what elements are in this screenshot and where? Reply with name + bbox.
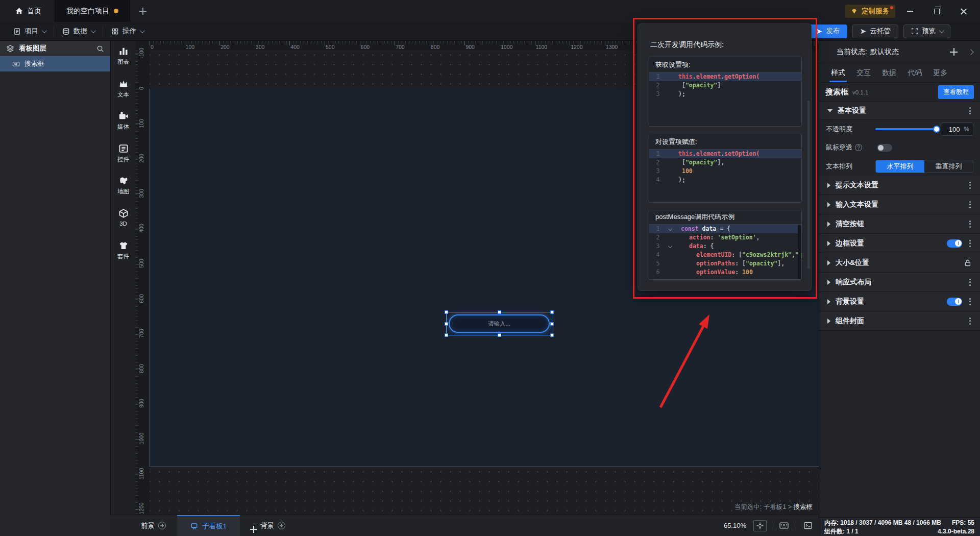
kebab-menu-icon[interactable] bbox=[966, 180, 974, 191]
inspector-tabs: 样式交互数据代码更多 bbox=[819, 63, 980, 83]
preview-button[interactable]: 预览 bbox=[903, 25, 950, 38]
ruler-label: 900 bbox=[465, 44, 475, 50]
inspector-tab-交互[interactable]: 交互 bbox=[855, 63, 872, 82]
kebab-menu-icon[interactable] bbox=[966, 238, 974, 249]
section-大小&位置[interactable]: 大小&位置 bbox=[819, 253, 980, 273]
arrange-horizontal-option[interactable]: 水平排列 bbox=[876, 160, 924, 173]
lock-icon[interactable] bbox=[964, 259, 972, 267]
triangle-right-icon bbox=[827, 183, 830, 188]
shortcuts-button[interactable] bbox=[777, 520, 791, 531]
circle-plus-icon[interactable] bbox=[158, 522, 166, 529]
opacity-slider[interactable] bbox=[875, 128, 937, 130]
dock-item-kit[interactable]: 套件 bbox=[111, 240, 136, 267]
resize-handle-e[interactable] bbox=[550, 322, 554, 326]
section-toggle[interactable] bbox=[947, 298, 962, 306]
triangle-right-icon bbox=[827, 222, 830, 227]
fit-screen-button[interactable] bbox=[753, 520, 767, 531]
opacity-input[interactable]: 100 % bbox=[941, 123, 973, 136]
section-背景设置[interactable]: 背景设置 bbox=[819, 292, 980, 311]
help-icon[interactable]: ? bbox=[855, 144, 862, 151]
vertical-ruler: -100010020030040050060070080090010001100… bbox=[135, 50, 150, 515]
section-清空按钮[interactable]: 清空按钮 bbox=[819, 214, 980, 234]
selection-hint-target: 搜索框 bbox=[794, 503, 813, 510]
resize-handle-ne[interactable] bbox=[550, 310, 554, 314]
background-group[interactable]: 背景 bbox=[260, 521, 285, 530]
kebab-menu-icon[interactable] bbox=[966, 315, 974, 327]
triangle-down-icon[interactable] bbox=[827, 109, 832, 112]
chevron-down-icon bbox=[42, 28, 47, 33]
inspector-tab-数据[interactable]: 数据 bbox=[880, 63, 898, 82]
kebab-menu-icon[interactable] bbox=[966, 105, 974, 116]
inspector-tab-更多[interactable]: 更多 bbox=[932, 63, 949, 82]
ruler-label: 1000 bbox=[138, 430, 144, 447]
inspector-tab-样式[interactable]: 样式 bbox=[829, 63, 847, 82]
chevron-down-icon bbox=[140, 28, 145, 33]
search-input-component[interactable]: 请输入... bbox=[449, 314, 550, 333]
resize-handle-w[interactable] bbox=[445, 322, 448, 326]
settings-sections: 提示文本设置输入文本设置清空按钮边框设置大小&位置响应式布局背景设置组件封面 bbox=[819, 176, 980, 331]
custom-service-label: 定制服务 bbox=[862, 7, 889, 16]
resize-handle-nw[interactable] bbox=[445, 310, 448, 314]
dock-item-widget[interactable]: 控件 bbox=[111, 143, 136, 170]
search-icon[interactable] bbox=[96, 45, 104, 53]
kebab-menu-icon[interactable] bbox=[966, 218, 974, 230]
menubar: 项目 数据 操作 发布 云托管 bbox=[0, 22, 980, 41]
custom-service-button[interactable]: 定制服务 bbox=[845, 5, 895, 18]
section-toggle[interactable] bbox=[947, 239, 962, 248]
ruler-label: 1000 bbox=[501, 44, 512, 50]
menu-action-label: 操作 bbox=[122, 27, 136, 36]
minimize-button[interactable] bbox=[898, 3, 922, 20]
dock-item-chart[interactable]: 图表 bbox=[111, 46, 136, 72]
ruler-label: 500 bbox=[326, 44, 335, 50]
kebab-menu-icon[interactable] bbox=[966, 296, 974, 307]
tab-project[interactable]: 我的空白项目 bbox=[55, 0, 130, 22]
new-tab-button[interactable] bbox=[130, 0, 156, 22]
document-icon bbox=[13, 28, 21, 35]
titlebar: 首页 我的空白项目 定制服务 bbox=[0, 0, 980, 22]
layer-item-searchbox[interactable]: 搜索框 bbox=[0, 56, 110, 71]
section-提示文本设置[interactable]: 提示文本设置 bbox=[819, 176, 980, 195]
dock-item-threed[interactable]: 3D bbox=[111, 208, 136, 235]
console-button[interactable] bbox=[801, 520, 815, 531]
database-icon bbox=[62, 28, 70, 35]
dock-item-text[interactable]: 文本 bbox=[111, 79, 136, 105]
section-响应式布局[interactable]: 响应式布局 bbox=[819, 273, 980, 292]
restore-button[interactable] bbox=[925, 3, 948, 20]
selected-component[interactable]: 请输入... bbox=[446, 312, 552, 335]
menu-project[interactable]: 项目 bbox=[5, 26, 54, 37]
minimize-icon bbox=[907, 11, 913, 12]
menu-data[interactable]: 数据 bbox=[54, 26, 103, 37]
preview-label: 预览 bbox=[922, 27, 936, 36]
inspector-tab-代码[interactable]: 代码 bbox=[906, 63, 923, 82]
kebab-menu-icon[interactable] bbox=[966, 277, 974, 288]
slider-knob[interactable] bbox=[933, 126, 940, 133]
circle-plus-icon[interactable] bbox=[278, 522, 285, 529]
dock-item-media[interactable]: 媒体 bbox=[111, 111, 136, 137]
resize-handle-sw[interactable] bbox=[445, 333, 448, 337]
kebab-menu-icon[interactable] bbox=[966, 199, 974, 210]
section-组件封面[interactable]: 组件封面 bbox=[819, 311, 980, 331]
menu-action[interactable]: 操作 bbox=[103, 26, 152, 37]
chevron-right-icon[interactable] bbox=[968, 49, 973, 55]
section-边框设置[interactable]: 边框设置 bbox=[819, 234, 980, 253]
memory-label: 内存: bbox=[824, 519, 839, 526]
tutorial-button[interactable]: 查看教程 bbox=[938, 85, 974, 99]
resize-handle-s[interactable] bbox=[498, 333, 501, 337]
tab-home[interactable]: 首页 bbox=[0, 0, 55, 22]
add-state-button[interactable] bbox=[950, 48, 958, 56]
arrange-vertical-option[interactable]: 垂直排列 bbox=[924, 160, 973, 173]
close-button[interactable] bbox=[951, 3, 975, 20]
ruler-label: 200 bbox=[220, 44, 230, 50]
tab-subboard[interactable]: 子看板1 bbox=[177, 515, 240, 536]
foreground-group[interactable]: 前景 bbox=[141, 521, 166, 530]
dock-item-map[interactable]: 地图 bbox=[111, 176, 136, 202]
cloud-host-button[interactable]: 云托管 bbox=[852, 25, 899, 38]
section-输入文本设置[interactable]: 输入文本设置 bbox=[819, 195, 980, 214]
resize-handle-n[interactable] bbox=[498, 310, 501, 314]
mouse-through-toggle[interactable] bbox=[877, 144, 892, 152]
resize-handle-se[interactable] bbox=[550, 333, 554, 337]
ruler-label: 0 bbox=[151, 44, 154, 50]
map-icon bbox=[118, 176, 129, 186]
basic-settings-header[interactable]: 基本设置 bbox=[838, 106, 961, 115]
layers-icon bbox=[6, 44, 14, 53]
